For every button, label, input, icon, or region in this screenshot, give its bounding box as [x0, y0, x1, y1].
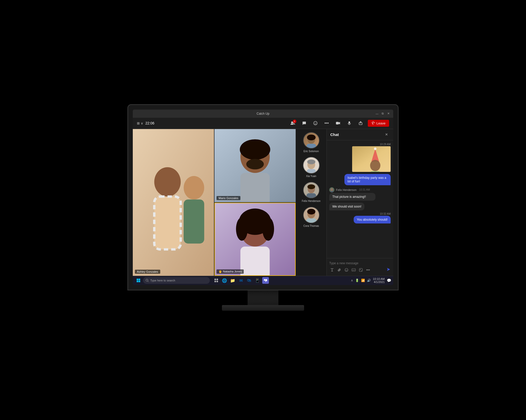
meeting-time: 22:06 — [145, 121, 154, 125]
svg-point-45 — [370, 160, 380, 171]
svg-rect-18 — [240, 173, 270, 202]
monitor-stand-base — [222, 305, 304, 311]
participants-button[interactable]: 1 — [289, 119, 297, 127]
svg-rect-49 — [330, 191, 334, 192]
leave-button[interactable]: Leave — [368, 120, 389, 127]
svg-point-51 — [346, 269, 346, 270]
send-message-button[interactable] — [387, 267, 391, 272]
taskbar-app-edge[interactable]: 🌐 — [221, 277, 228, 284]
svg-rect-36 — [306, 193, 316, 198]
svg-point-41 — [307, 209, 315, 214]
chat-title: Chat — [330, 132, 339, 137]
svg-point-56 — [360, 269, 361, 270]
taskbar: Type here to search 🌐 📁 ✉ 🛍 — [133, 276, 393, 285]
participant-avatar-cora — [303, 207, 320, 223]
more-options-chat-button[interactable]: ••• — [365, 267, 371, 273]
participant-name-felix: Felix Henderson — [302, 199, 321, 203]
svg-point-13 — [184, 176, 204, 200]
taskbar-app-mail[interactable]: ✉ — [238, 277, 244, 284]
video-grid: Ashley Gonzales — [133, 129, 296, 276]
close-button[interactable]: ✕ — [387, 112, 390, 115]
taskbar-time: 10:10 AM — [373, 277, 385, 280]
svg-point-44 — [374, 148, 377, 150]
gif-button[interactable]: GIF — [351, 267, 356, 273]
format-text-button[interactable] — [329, 267, 335, 273]
attach-file-button[interactable] — [336, 267, 342, 273]
taskbar-clock[interactable]: 10:10 AM 4/1/2021 — [373, 277, 385, 284]
svg-point-11 — [154, 167, 181, 196]
svg-rect-59 — [137, 281, 138, 282]
taskbar-search[interactable]: Type here to search — [143, 277, 210, 284]
chat-close-button[interactable]: ✕ — [383, 131, 390, 138]
participant-felix[interactable]: Felix Henderson — [296, 181, 326, 204]
chat-button[interactable] — [300, 119, 308, 127]
leave-label: Leave — [377, 121, 386, 125]
msg-timestamp-4: 10:32 AM — [380, 212, 391, 215]
svg-line-62 — [148, 281, 148, 282]
participant-cora[interactable]: Cora Thomas — [296, 206, 326, 229]
svg-point-3 — [314, 123, 315, 123]
taskbar-app-store[interactable]: 🛍 — [246, 277, 252, 284]
svg-point-48 — [331, 188, 333, 191]
svg-point-2 — [314, 121, 317, 125]
video-section: Ashley Gonzales — [133, 129, 326, 276]
felix-chat-time: 10:31 AM — [359, 188, 370, 191]
emoji-button[interactable] — [344, 267, 349, 273]
svg-point-37 — [307, 184, 315, 189]
more-options-button[interactable]: ••• — [323, 119, 331, 127]
layout-arrow-icon: ∨ — [141, 121, 143, 125]
name-label-natasha: 🖐 Natasha Jones — [217, 269, 244, 274]
name-label-ashley: Ashley Gonzales — [135, 270, 160, 274]
svg-point-25 — [236, 217, 248, 241]
taskbar-search-text: Type here to search — [150, 279, 175, 282]
svg-rect-57 — [137, 279, 138, 280]
chat-message-input[interactable] — [329, 260, 391, 266]
participant-xia[interactable]: Xia Yuan — [296, 156, 326, 179]
msg-timestamp-1: 10:29 AM — [352, 143, 391, 146]
chat-messages: 10:29 AM — [327, 140, 393, 258]
chat-bubble-sent-1: Isabel's birthday party was a lot of fun… — [344, 174, 391, 185]
svg-rect-60 — [139, 281, 140, 282]
svg-rect-46 — [370, 171, 380, 172]
camera-button[interactable] — [334, 119, 342, 127]
chat-toolbar: GIF ••• — [329, 266, 391, 274]
taskbar-right: ∧ 🔋 📶 🔊 10:10 AM 4/1/2021 💬 — [351, 277, 391, 284]
more-dots-icon: ••• — [324, 121, 329, 125]
svg-rect-63 — [214, 279, 216, 280]
emoji-reaction-button[interactable] — [311, 119, 320, 127]
restore-button[interactable]: ⧉ — [381, 112, 384, 115]
chat-bubble-received-2: We should visit soon! — [329, 203, 364, 210]
share-button[interactable] — [356, 119, 365, 127]
svg-rect-58 — [139, 279, 140, 280]
minimize-button[interactable]: — — [375, 112, 379, 115]
layout-button[interactable]: ⊞ ∨ — [137, 121, 143, 125]
svg-rect-23 — [240, 247, 270, 276]
participant-name-xia: Xia Yuan — [306, 174, 316, 178]
taskbar-chevron[interactable]: ∧ — [351, 279, 353, 282]
name-label-mario: Mario Gonzales — [217, 196, 240, 200]
participant-eric[interactable]: Eric Solomon — [296, 131, 326, 154]
svg-point-61 — [146, 279, 148, 281]
chat-header: Chat ✕ — [327, 129, 393, 140]
sticker-button[interactable] — [358, 267, 364, 273]
grid-icon: ⊞ — [137, 121, 140, 125]
svg-rect-32 — [307, 169, 316, 173]
taskbar-battery: 🔋 — [355, 279, 359, 282]
svg-text:GIF: GIF — [352, 269, 355, 271]
taskbar-app-taskview[interactable] — [213, 277, 220, 284]
window-title: Catch Up — [257, 112, 269, 115]
chat-bubble-sent-2: You absolutely should! — [354, 216, 391, 223]
microphone-button[interactable] — [345, 119, 353, 127]
start-button[interactable] — [135, 277, 142, 284]
toolbar-right: 1 — [289, 119, 389, 127]
taskbar-app-phone[interactable]: 📱 — [254, 277, 261, 284]
taskbar-app-teams[interactable] — [262, 277, 269, 284]
svg-rect-14 — [184, 199, 204, 243]
svg-point-19 — [240, 139, 270, 160]
taskbar-app-explorer[interactable]: 📁 — [229, 277, 236, 284]
taskbar-notifications[interactable]: 💬 — [387, 278, 391, 282]
svg-rect-5 — [336, 122, 339, 124]
monitor-stand-neck — [248, 290, 278, 305]
felix-chat-avatar — [329, 187, 334, 192]
taskbar-volume[interactable]: 🔊 — [367, 279, 371, 282]
